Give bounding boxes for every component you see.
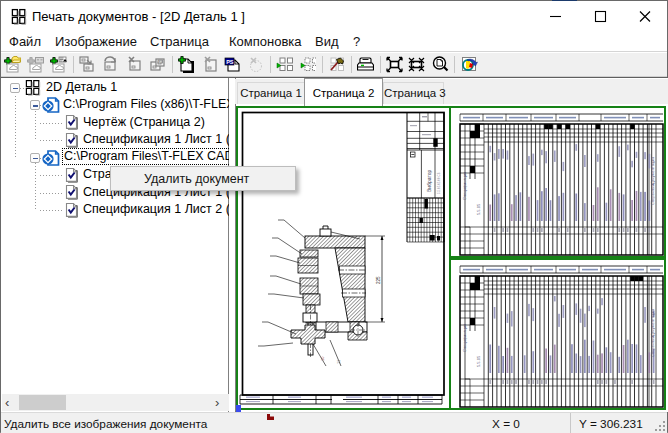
svg-text:Документация: Документация xyxy=(650,309,655,336)
svg-text:Спецификация: Спецификация xyxy=(462,324,467,352)
svg-text:225: 225 xyxy=(376,276,381,284)
svg-text:5.5.05.05.00 СБ: 5.5.05.05.00 СБ xyxy=(437,172,441,194)
svg-text:10: 10 xyxy=(320,356,325,361)
svg-text:Спецификация: Спецификация xyxy=(462,172,467,200)
svg-text:Сборочный: Сборочный xyxy=(650,336,655,357)
svg-text:Документация: Документация xyxy=(650,157,655,184)
svg-text:Сборочный: Сборочный xyxy=(650,184,655,205)
svg-text:Вибратор: Вибратор xyxy=(426,170,432,192)
svg-text:5.5.05: 5.5.05 xyxy=(476,203,481,215)
svg-text:5.5.05: 5.5.05 xyxy=(476,355,481,367)
